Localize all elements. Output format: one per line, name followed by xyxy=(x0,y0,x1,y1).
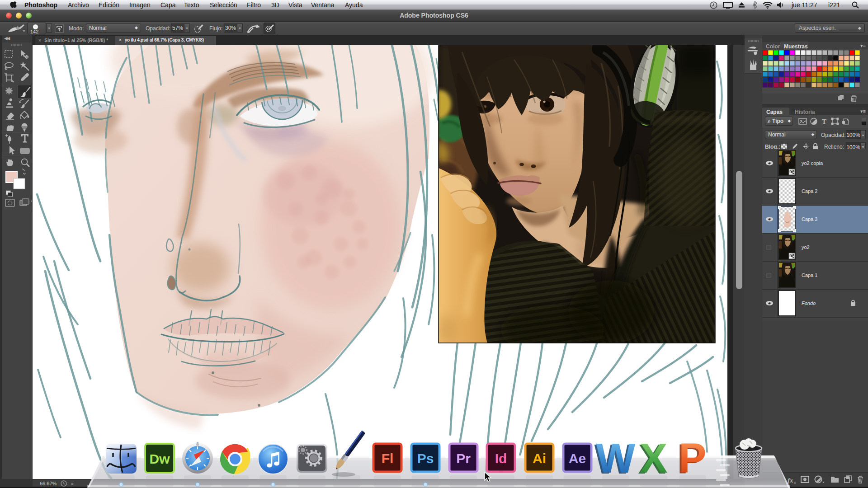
svg-text:Capa 2: Capa 2 xyxy=(802,188,817,194)
svg-text:fx: fx xyxy=(788,477,793,484)
svg-text:yo2: yo2 xyxy=(802,244,810,250)
svg-text:Fondo: Fondo xyxy=(802,300,816,306)
svg-text:T: T xyxy=(822,118,826,125)
svg-text:Capa 1: Capa 1 xyxy=(802,272,817,278)
svg-text:yo2 copia: yo2 copia xyxy=(802,160,823,166)
svg-text:Capa 3: Capa 3 xyxy=(802,216,817,222)
